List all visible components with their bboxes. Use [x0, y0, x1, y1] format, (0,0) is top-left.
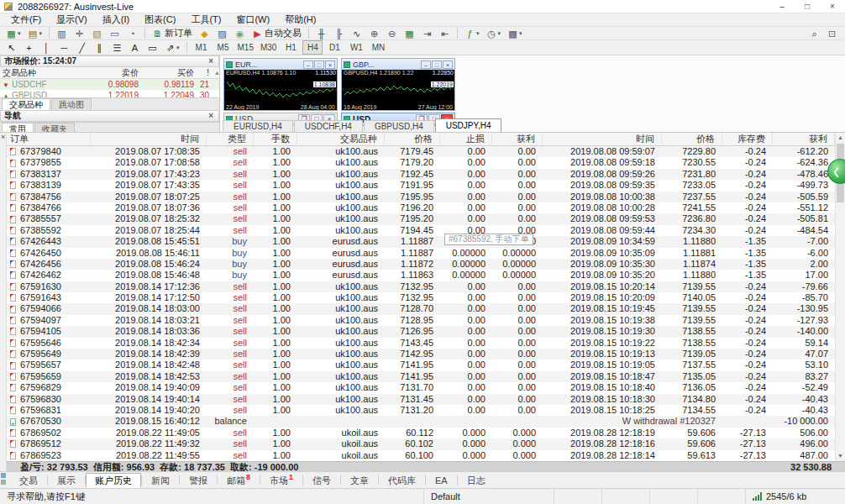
chart-window-eurusd[interactable]: EUR... – □ × EURUSD,H4 1.10876 1.10 1.11…: [223, 58, 338, 111]
menu-item-window[interactable]: 窗口(W): [228, 13, 277, 26]
sounds-button[interactable]: ◉: [232, 27, 248, 39]
tab-alerts[interactable]: 警报: [180, 473, 217, 488]
market-watch-tab-交易品种[interactable]: 交易品种: [2, 98, 50, 110]
table-row[interactable]: 675916432019.08.14 17:12:50sell1.00uk100…: [7, 292, 835, 303]
scroll-up-icon[interactable]: ▲: [212, 67, 219, 78]
timeframe-mn-button[interactable]: MN: [368, 40, 388, 55]
table-row[interactable]: 674264622019.08.08 15:46:48buy1.00eurusd…: [7, 270, 835, 281]
table-row[interactable]: 673847562019.08.07 18:07:25sell1.00uk100…: [7, 192, 835, 202]
terminal-close-icon[interactable]: ×: [0, 134, 5, 141]
chart-close-button[interactable]: ×: [443, 60, 453, 69]
tab-ea[interactable]: EA: [426, 473, 457, 488]
chart-shift-button[interactable]: ⇤: [437, 27, 453, 39]
crosshair-tool-button[interactable]: +: [21, 41, 37, 54]
new-order-button[interactable]: 🗎新订单: [150, 27, 195, 39]
chart-close-button[interactable]: ×: [325, 60, 335, 69]
publish-chart-button[interactable]: ▨: [214, 27, 230, 39]
table-row[interactable]: 675968312019.08.14 19:40:20sell1.00uk100…: [7, 405, 835, 416]
navigator-close-icon[interactable]: ×: [207, 111, 215, 121]
autotrading-button[interactable]: ▶自动交易: [249, 27, 304, 39]
market-watch-tab-跳动图[interactable]: 跳动图: [51, 98, 92, 110]
table-row[interactable]: 675956572019.08.14 18:42:48sell1.00uk100…: [7, 360, 835, 370]
scroll-up-icon[interactable]: ▲: [836, 133, 845, 143]
text-label-tool-button[interactable]: ▭: [144, 41, 160, 54]
trendline-tool-button[interactable]: ╱: [74, 41, 90, 54]
timeframe-h1-button[interactable]: H1: [281, 40, 301, 55]
window-close-button[interactable]: ×: [820, 0, 845, 13]
tab-codebase[interactable]: 代码库: [379, 473, 425, 488]
table-row[interactable]: 673847662019.08.07 18:07:36sell1.00uk100…: [7, 202, 835, 213]
timeframe-m15-button[interactable]: M15: [235, 40, 256, 55]
zoom-in-button[interactable]: ⊕: [366, 27, 382, 39]
menu-item-charts[interactable]: 图表(C): [137, 13, 183, 26]
market-watch-row-usdchf[interactable]: ▼USDCHF0.980980.9811921: [0, 79, 219, 90]
table-row[interactable]: 674264502019.08.08 15:46:11buy1.00eurusd…: [7, 248, 835, 259]
fibonacci-tool-button[interactable]: ☰: [109, 41, 125, 54]
table-row[interactable]: 673831392019.08.07 17:43:35sell1.00uk100…: [7, 180, 835, 191]
table-row[interactable]: 675968302019.08.14 19:40:14sell1.00uk100…: [7, 394, 835, 405]
tab-account-history[interactable]: 账户历史: [86, 473, 141, 488]
table-row[interactable]: 673798552019.08.07 17:08:58sell1.00uk100…: [7, 157, 835, 168]
chart-tab-usdchfh4[interactable]: USDCHF,H4: [294, 120, 363, 132]
horizontal-line-tool-button[interactable]: ─: [56, 41, 72, 54]
chart-canvas[interactable]: EURUSD,H4 1.10876 1.10 1.11530 1.10838 2…: [224, 70, 337, 110]
terminal-toggle-button[interactable]: ▭: [107, 27, 123, 39]
equidistant-channel-tool-button[interactable]: ∥: [92, 41, 108, 54]
text-tool-button[interactable]: A: [127, 41, 143, 54]
table-row[interactable]: 673855572019.08.07 18:25:32sell1.00uk100…: [7, 213, 835, 224]
status-connection[interactable]: 2545/6 kb: [746, 489, 845, 504]
zoom-out-button[interactable]: ⊖: [384, 27, 400, 39]
scroll-down-icon[interactable]: ▼: [836, 451, 845, 461]
tab-journal[interactable]: 日志: [458, 473, 495, 488]
table-row[interactable]: 675968292019.08.14 19:40:09sell1.00uk100…: [7, 382, 835, 393]
vertical-line-tool-button[interactable]: │: [39, 41, 55, 54]
status-profile[interactable]: Default: [424, 489, 554, 504]
table-row[interactable]: 673831372019.08.07 17:43:23sell1.00uk100…: [7, 169, 835, 180]
table-row[interactable]: 675956462019.08.14 18:42:34sell1.00uk100…: [7, 338, 835, 349]
tab-mailbox[interactable]: 邮箱8: [218, 470, 260, 488]
strategy-tester-button[interactable]: ◔: [124, 27, 140, 39]
profiles-button[interactable]: ▤▾: [25, 27, 45, 39]
timeframe-d1-button[interactable]: D1: [324, 40, 344, 55]
market-watch-toggle-button[interactable]: ▥: [54, 27, 70, 39]
cursor-tool-button[interactable]: ↖: [3, 41, 19, 54]
market-watch-close-icon[interactable]: ×: [207, 56, 215, 66]
menu-item-file[interactable]: 文件(F): [3, 13, 49, 26]
menu-item-insert[interactable]: 插入(I): [95, 13, 137, 26]
navigator-titlebar[interactable]: 导航 ×: [0, 110, 219, 122]
table-row[interactable]: 674264562019.08.08 15:46:24buy1.00eurusd…: [7, 259, 835, 270]
table-row[interactable]: 675940972019.08.14 18:03:21sell1.00uk100…: [7, 315, 835, 326]
table-row[interactable]: 675956492019.08.14 18:42:39sell1.00uk100…: [7, 349, 835, 360]
chart-tab-eurusdh4[interactable]: EURUSD,H4: [223, 120, 293, 132]
line-chart-mode-button[interactable]: ∿: [349, 27, 365, 39]
chart-window-titlebar[interactable]: GBP... – □ ×: [342, 59, 454, 70]
auto-scroll-button[interactable]: ⇥: [419, 27, 435, 39]
market-watch-titlebar[interactable]: 市场报价: 15:24:07 ×: [0, 55, 219, 67]
arrows-tool-button[interactable]: ⇗▾: [162, 41, 182, 54]
navigator-toggle-button[interactable]: ▧: [89, 27, 105, 39]
table-row[interactable]: 673855922019.08.07 18:25:44sell1.00uk100…: [7, 225, 835, 236]
tab-exposure[interactable]: 展示: [48, 473, 85, 488]
tab-signals[interactable]: 信号: [303, 473, 340, 488]
table-row[interactable]: 676705302019.08.15 16:40:12balanceW with…: [7, 416, 835, 427]
tab-market[interactable]: 市场1: [260, 470, 302, 488]
table-row[interactable]: 675916302019.08.14 17:12:36sell1.00uk100…: [7, 281, 835, 292]
table-row[interactable]: 675956592019.08.14 18:42:53sell1.00uk100…: [7, 371, 835, 382]
menu-item-help[interactable]: 帮助(H): [277, 13, 323, 26]
search-button[interactable]: ⌕: [806, 27, 822, 39]
table-row[interactable]: 673798402019.08.07 17:08:35sell1.00uk100…: [7, 146, 835, 157]
chart-minimize-button[interactable]: –: [303, 60, 313, 69]
new-chart-button[interactable]: ▦▾: [3, 27, 24, 39]
chart-tab-usdjpyh4[interactable]: USDJPY,H4: [435, 118, 502, 132]
tab-articles[interactable]: 文章: [341, 473, 378, 488]
table-row[interactable]: 675940662019.08.14 18:03:00sell1.00uk100…: [7, 303, 835, 314]
chart-canvas[interactable]: GBPUSD,H4 1.21890 1.22 1.22850 1.22019 1…: [342, 70, 454, 110]
metaeditor-button[interactable]: ◆: [197, 27, 213, 39]
menu-item-tools[interactable]: 工具(T): [183, 13, 228, 26]
timeframe-m5-button[interactable]: M5: [213, 40, 234, 55]
indicators-button[interactable]: ƒ▾: [462, 27, 482, 39]
timeframe-w1-button[interactable]: W1: [346, 40, 366, 55]
templates-button[interactable]: ▩▾: [505, 27, 525, 39]
table-row[interactable]: 678695022019.08.22 11:49:05sell1.00ukoil…: [7, 428, 835, 438]
chart-minimize-button[interactable]: –: [421, 60, 431, 69]
